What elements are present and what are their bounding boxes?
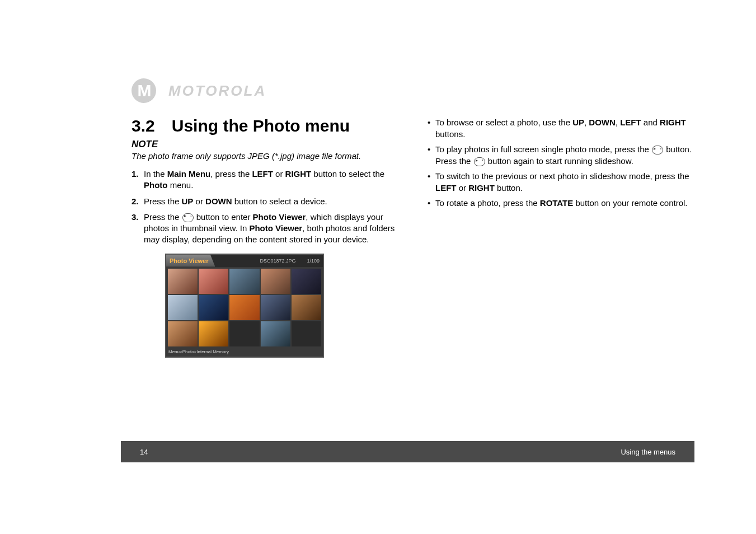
play-pause-icon — [474, 157, 485, 166]
thumbnail — [168, 321, 198, 346]
thumbnail — [261, 295, 290, 320]
play-pause-icon — [652, 146, 663, 154]
left-column: 3.2Using the Photo menu NOTE The photo f… — [132, 116, 400, 358]
note-text: The photo frame only supports JPEG (*.jp… — [132, 151, 400, 161]
note-label: NOTE — [132, 139, 400, 150]
thumbnail — [229, 321, 259, 346]
step-3: 3. Press the button to enter Photo Viewe… — [132, 212, 400, 246]
step-1: 1. In the Main Menu, press the LEFT or R… — [132, 168, 400, 191]
thumbnail — [168, 269, 198, 294]
photo-viewer-filename: DSC01872.JPG — [260, 258, 295, 264]
thumbnail — [292, 295, 321, 320]
logo-glyph: M — [138, 81, 151, 100]
bullet-switch: To switch to the previous or next photo … — [426, 170, 694, 194]
photo-viewer-screenshot: Photo Viewer DSC01872.JPG 1/109 — [165, 254, 324, 358]
step-2: 2. Press the UP or DOWN button to select… — [132, 196, 400, 207]
thumbnail — [199, 321, 228, 346]
thumbnail — [229, 269, 259, 294]
manual-header: M MOTOROLA — [132, 78, 694, 103]
photo-viewer-header: Photo Viewer DSC01872.JPG 1/109 — [166, 255, 323, 267]
thumbnail — [199, 295, 228, 320]
thumbnail — [261, 321, 290, 346]
thumbnail — [261, 269, 290, 294]
footer-section: Using the menus — [621, 448, 675, 456]
brand-text: MOTOROLA — [168, 82, 266, 100]
photo-viewer-counter: 1/109 — [307, 258, 320, 264]
section-number: 3.2 — [132, 116, 155, 135]
feature-bullets: To browse or select a photo, use the UP,… — [426, 116, 694, 209]
thumbnail — [229, 295, 259, 320]
thumbnail-grid — [166, 267, 323, 348]
thumbnail — [168, 295, 198, 320]
thumbnail — [292, 321, 321, 346]
bullet-play: To play photos in full screen single pho… — [426, 143, 694, 167]
steps-list: 1. In the Main Menu, press the LEFT or R… — [132, 168, 400, 246]
right-column: To browse or select a photo, use the UP,… — [426, 116, 694, 358]
thumbnail — [292, 269, 321, 294]
page-number: 14 — [140, 448, 148, 456]
section-heading: 3.2Using the Photo menu — [132, 116, 400, 135]
photo-viewer-tab: Photo Viewer — [166, 255, 215, 267]
bullet-rotate: To rotate a photo, press the ROTATE butt… — [426, 197, 694, 209]
photo-viewer-breadcrumb: Menu>Photo>Internal Memory — [166, 348, 323, 355]
motorola-logo-icon: M — [132, 78, 156, 103]
thumbnail — [199, 269, 228, 294]
section-title: Using the Photo menu — [172, 116, 350, 135]
page-footer: 14 Using the menus — [121, 441, 694, 462]
bullet-browse: To browse or select a photo, use the UP,… — [426, 116, 694, 140]
play-pause-icon — [182, 213, 194, 222]
